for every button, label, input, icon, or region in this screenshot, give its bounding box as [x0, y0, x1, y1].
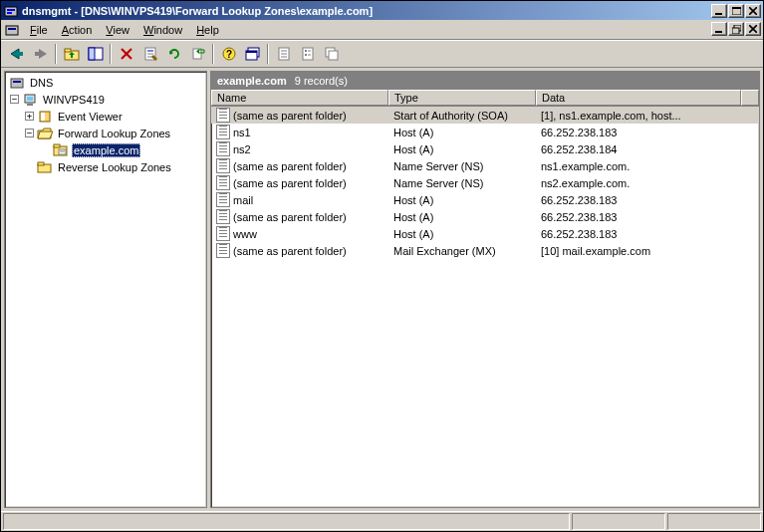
record-row[interactable]: wwwHost (A)66.252.238.183 — [211, 225, 759, 242]
menu-file[interactable]: File — [23, 22, 55, 38]
expand-icon[interactable]: + — [25, 112, 34, 121]
show-hide-tree-button[interactable] — [84, 43, 107, 65]
collapse-icon[interactable]: − — [25, 129, 34, 137]
svg-rect-47 — [27, 97, 33, 101]
new-window-button[interactable] — [241, 43, 264, 65]
tree-pane[interactable]: DNS − WINVPS419 + Event Viewer − Forward… — [4, 71, 207, 508]
record-count: 9 record(s) — [295, 75, 348, 87]
tree-label-selected: example.com — [72, 143, 140, 157]
tree-server[interactable]: − WINVPS419 — [5, 91, 206, 108]
svg-rect-52 — [54, 144, 60, 147]
col-data[interactable]: Data — [536, 90, 741, 106]
tree-event-viewer[interactable]: + Event Viewer — [5, 108, 206, 125]
list-view2-button[interactable] — [296, 43, 319, 65]
record-name: (same as parent folder) — [233, 245, 347, 257]
record-icon — [216, 175, 230, 190]
tree-root-dns[interactable]: DNS — [5, 74, 206, 91]
svg-rect-45 — [13, 81, 21, 83]
record-row[interactable]: (same as parent folder)Name Server (NS)n… — [211, 174, 759, 191]
record-data: 66.252.238.183 — [536, 194, 759, 206]
refresh-button[interactable] — [162, 43, 185, 65]
col-name[interactable]: Name — [211, 90, 388, 106]
col-tail — [741, 90, 759, 106]
close-button[interactable] — [745, 4, 761, 18]
tree-label: Reverse Lookup Zones — [56, 160, 173, 174]
svg-rect-48 — [27, 104, 33, 106]
record-type: Mail Exchanger (MX) — [388, 245, 536, 257]
back-button[interactable] — [5, 43, 28, 65]
tree-label: Event Viewer — [56, 110, 125, 124]
collapse-icon[interactable]: − — [10, 95, 19, 104]
record-data: ns2.example.com. — [536, 177, 759, 189]
record-icon — [216, 108, 230, 123]
mdi-close-button[interactable] — [745, 22, 761, 36]
record-type: Name Server (NS) — [388, 177, 536, 189]
record-data: 66.252.238.183 — [536, 228, 759, 240]
tree-forward-zones[interactable]: − Forward Lookup Zones — [5, 125, 206, 141]
record-name: (same as parent folder) — [233, 160, 347, 172]
record-type: Host (A) — [388, 143, 536, 155]
content-area: DNS − WINVPS419 + Event Viewer − Forward… — [1, 68, 763, 511]
tree-zone-example[interactable]: example.com — [5, 141, 206, 158]
tree-reverse-zones[interactable]: Reverse Lookup Zones — [5, 158, 206, 175]
minimize-button[interactable] — [711, 4, 727, 18]
export-button[interactable] — [186, 43, 209, 65]
svg-rect-32 — [246, 51, 257, 53]
list-pane: example.com 9 record(s) Name Type Data (… — [210, 71, 760, 508]
statusbar — [1, 511, 763, 531]
record-icon — [216, 141, 230, 156]
toolbar-separator — [212, 44, 214, 64]
svg-rect-39 — [305, 54, 307, 56]
svg-rect-2 — [7, 12, 12, 14]
help-button[interactable]: ? — [217, 43, 240, 65]
maximize-button[interactable] — [728, 4, 744, 18]
toolbar-separator — [267, 44, 269, 64]
record-type: Host (A) — [388, 194, 536, 206]
record-row[interactable]: ns2Host (A)66.252.238.184 — [211, 140, 759, 157]
dns-icon — [9, 75, 25, 91]
status-panel — [3, 513, 570, 530]
svg-rect-5 — [732, 7, 741, 9]
menu-action[interactable]: Action — [55, 22, 100, 38]
up-button[interactable] — [60, 43, 83, 65]
mdi-minimize-button[interactable] — [711, 22, 727, 36]
folder-icon — [37, 159, 53, 175]
svg-rect-8 — [6, 26, 18, 35]
record-row[interactable]: mailHost (A)66.252.238.183 — [211, 191, 759, 208]
menu-view[interactable]: View — [99, 22, 136, 38]
record-data: ns1.example.com. — [536, 160, 759, 172]
record-name: ns1 — [233, 127, 251, 138]
folder-open-icon — [37, 126, 53, 141]
record-row[interactable]: (same as parent folder)Name Server (NS)n… — [211, 157, 759, 174]
titlebar: dnsmgmt - [DNS\WINVPS419\Forward Lookup … — [1, 1, 763, 20]
record-name: ns2 — [233, 143, 251, 155]
record-data: 66.252.238.183 — [536, 127, 759, 138]
list-view1-button[interactable] — [272, 43, 295, 65]
book-icon — [37, 109, 53, 125]
list-body[interactable]: (same as parent folder)Start of Authorit… — [211, 107, 759, 507]
svg-rect-44 — [11, 79, 23, 88]
tree-label: Forward Lookup Zones — [56, 127, 172, 140]
record-icon — [216, 243, 230, 258]
record-data: [1], ns1.example.com, host... — [536, 110, 759, 122]
cascade-button[interactable] — [320, 43, 343, 65]
menu-help[interactable]: Help — [189, 22, 226, 38]
col-type[interactable]: Type — [388, 90, 536, 106]
system-menu-icon[interactable] — [3, 21, 21, 39]
record-row[interactable]: (same as parent folder)Start of Authorit… — [211, 107, 759, 124]
record-row[interactable]: (same as parent folder)Mail Exchanger (M… — [211, 242, 759, 259]
column-header: Name Type Data — [211, 90, 759, 107]
menu-window[interactable]: Window — [136, 22, 189, 38]
mdi-restore-button[interactable] — [728, 22, 744, 36]
delete-button[interactable] — [115, 43, 137, 65]
properties-button[interactable] — [138, 43, 161, 65]
record-name: (same as parent folder) — [233, 110, 347, 122]
svg-rect-12 — [732, 28, 739, 34]
record-row[interactable]: (same as parent folder)Host (A)66.252.23… — [211, 208, 759, 225]
record-data: 66.252.238.184 — [536, 143, 759, 155]
record-row[interactable]: ns1Host (A)66.252.238.183 — [211, 124, 759, 140]
forward-button[interactable] — [29, 43, 52, 65]
record-icon — [216, 158, 230, 173]
zone-name: example.com — [217, 75, 287, 87]
tree-label: WINVPS419 — [41, 93, 107, 107]
